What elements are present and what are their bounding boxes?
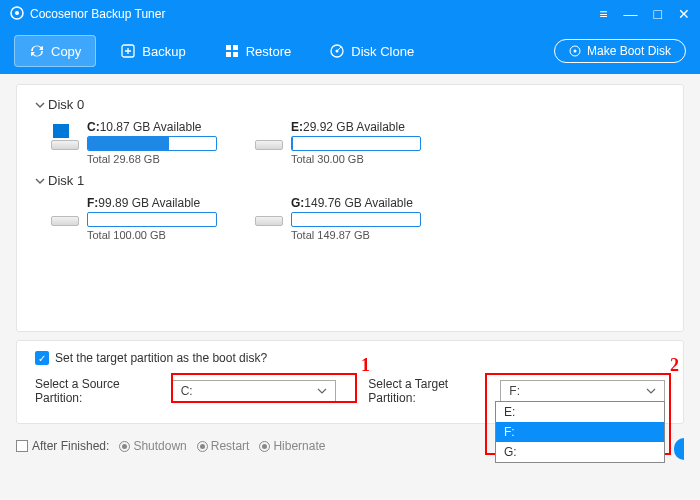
chevron-down-icon (646, 386, 656, 396)
sync-icon (29, 43, 45, 59)
svg-point-10 (573, 50, 576, 53)
hibernate-radio[interactable]: Hibernate (259, 439, 325, 453)
target-partition-select[interactable]: F: (500, 380, 665, 402)
backup-tab[interactable]: Backup (106, 36, 199, 66)
drive-icon (51, 200, 79, 228)
copy-tab[interactable]: Copy (14, 35, 96, 67)
chevron-down-icon (35, 176, 45, 186)
make-boot-disk-button[interactable]: Make Boot Disk (554, 39, 686, 63)
usage-bar (87, 136, 217, 151)
usage-bar (291, 136, 421, 151)
after-finished-checkbox[interactable] (16, 440, 28, 452)
svg-point-1 (15, 11, 19, 15)
backup-icon (120, 43, 136, 59)
target-partition-dropdown: E: F: G: (495, 401, 665, 463)
target-option-f[interactable]: F: (496, 422, 664, 442)
partition-c[interactable]: C:10.87 GB Available Total 29.68 GB (51, 116, 217, 165)
annotation-num-2: 2 (670, 355, 679, 376)
set-boot-checkbox[interactable]: ✓ (35, 351, 49, 365)
app-title: Cocosenor Backup Tuner (30, 7, 599, 21)
svg-rect-4 (233, 45, 238, 50)
shutdown-radio[interactable]: Shutdown (119, 439, 186, 453)
partition-e[interactable]: E:29.92 GB Available Total 30.00 GB (255, 116, 421, 165)
svg-rect-6 (233, 52, 238, 57)
partition-g[interactable]: G:149.76 GB Available Total 149.87 GB (255, 192, 421, 241)
set-boot-label: Set the target partition as the boot dis… (55, 351, 267, 365)
disk0-header[interactable]: Disk 0 (35, 97, 665, 112)
disks-panel: Disk 0 C:10.87 GB Available Total 29.68 … (16, 84, 684, 332)
minimize-button[interactable]: — (624, 7, 638, 21)
usage-bar (87, 212, 217, 227)
target-partition-label: Select a Target Partition: (368, 377, 494, 405)
maximize-button[interactable]: □ (654, 7, 662, 21)
options-panel: ✓ Set the target partition as the boot d… (16, 340, 684, 424)
after-finished-label: After Finished: (32, 439, 109, 453)
chevron-down-icon (317, 386, 327, 396)
target-option-g[interactable]: G: (496, 442, 664, 462)
drive-icon (255, 200, 283, 228)
main-toolbar: Copy Backup Restore Disk Clone Make Boot… (0, 28, 700, 74)
svg-rect-5 (226, 52, 231, 57)
restore-icon (224, 43, 240, 59)
source-partition-label: Select a Source Partition: (35, 377, 166, 405)
close-button[interactable]: ✕ (678, 7, 690, 21)
partition-f[interactable]: F:99.89 GB Available Total 100.00 GB (51, 192, 217, 241)
drive-icon (255, 124, 283, 152)
titlebar: Cocosenor Backup Tuner ≡ — □ ✕ (0, 0, 700, 28)
disc-icon (569, 45, 581, 57)
source-partition-select[interactable]: C: (172, 380, 337, 402)
disk-clone-tab[interactable]: Disk Clone (315, 36, 428, 66)
menu-icon[interactable]: ≡ (599, 7, 607, 21)
windows-drive-icon (51, 124, 79, 152)
usage-bar (291, 212, 421, 227)
chevron-down-icon (35, 100, 45, 110)
disk-clone-icon (329, 43, 345, 59)
disk1-header[interactable]: Disk 1 (35, 173, 665, 188)
svg-rect-3 (226, 45, 231, 50)
start-button[interactable] (674, 438, 684, 460)
restart-radio[interactable]: Restart (197, 439, 250, 453)
restore-tab[interactable]: Restore (210, 36, 306, 66)
target-option-e[interactable]: E: (496, 402, 664, 422)
app-logo-icon (10, 6, 24, 23)
